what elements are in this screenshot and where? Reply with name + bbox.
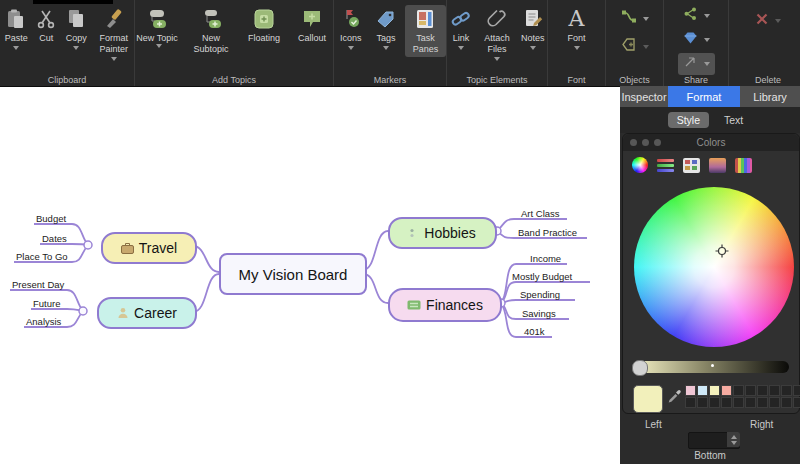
new-topic-button[interactable]: New Topic [135,5,179,50]
boundary-button[interactable] [616,35,654,58]
callout-button[interactable]: Callout [291,5,333,46]
position-left-label[interactable]: Left [645,419,662,430]
swatch-cell[interactable] [769,385,780,396]
link-button[interactable]: Link [447,5,475,52]
subtopic-art-class[interactable]: Art Class [521,208,560,219]
subtab-text[interactable]: Text [715,112,752,128]
color-palettes-mode-icon[interactable] [683,158,700,173]
notes-button[interactable]: Notes [519,5,547,52]
task-panes-button[interactable]: Task Panes [405,5,446,57]
swatch-cell[interactable] [793,385,800,396]
swatch-cell[interactable] [685,397,696,408]
pencils-mode-icon[interactable] [735,158,752,173]
stepper-down-icon[interactable] [731,441,737,445]
topic-node-travel[interactable]: Travel [101,232,197,264]
subtab-style[interactable]: Style [668,112,709,128]
paste-button[interactable]: Paste [0,5,32,52]
send-button[interactable] [678,53,715,75]
swatch-cell[interactable] [769,397,780,408]
swatch-cell[interactable] [721,397,732,408]
position-right-label[interactable]: Right [750,419,773,430]
topic-node-career[interactable]: Career [97,297,197,329]
tab-inspector[interactable]: Inspector [620,86,668,107]
swatch-cell[interactable] [733,397,744,408]
swatch-cell[interactable] [745,385,756,396]
window-traffic-lights[interactable] [630,139,661,146]
subtopic-mostly-budget[interactable]: Mostly Budget [512,271,572,282]
position-bottom-label[interactable]: Bottom [620,450,800,461]
attach-files-button[interactable]: Attach Files [477,5,517,63]
copy-button[interactable]: Copy [60,5,92,52]
gem-button[interactable] [678,29,715,51]
tab-format[interactable]: Format [668,86,740,107]
minimize-icon[interactable] [642,139,649,146]
swatch-cell[interactable] [781,385,792,396]
brightness-midpoint-marker [711,364,714,367]
tab-library[interactable]: Library [740,86,800,107]
tag-icon [375,7,397,31]
format-painter-button[interactable]: Format Painter [93,5,134,63]
close-icon[interactable] [630,139,637,146]
zoom-icon[interactable] [654,139,661,146]
color-wheel[interactable] [634,187,794,347]
delete-button[interactable] [750,10,786,32]
icons-label: Icons [340,33,362,44]
topic-node-hobbies[interactable]: Hobbies [388,217,497,249]
stepper-up-icon[interactable] [731,435,737,439]
new-subtopic-button[interactable]: New Subtopic [185,5,237,57]
subtopic-401k[interactable]: 401k [524,326,545,337]
swatch-cell[interactable] [733,385,744,396]
swatch-cell[interactable] [757,385,768,396]
topic-label-hobbies: Hobbies [424,225,475,241]
brightness-slider[interactable] [633,361,789,373]
subtopic-analysis[interactable]: Analysis [26,316,61,327]
subtopic-budget[interactable]: Budget [36,213,66,224]
subtopic-income[interactable]: Income [530,253,561,264]
color-wheel-mode-icon[interactable] [632,157,648,173]
tags-label: Tags [377,33,396,44]
swatch-cell[interactable] [745,397,756,408]
dropdown-caret-icon [530,46,536,50]
swatch-cell[interactable] [781,397,792,408]
color-sliders-mode-icon[interactable] [657,158,674,173]
dropdown-caret-icon [383,46,389,50]
floating-topic-button[interactable]: Floating [243,5,285,46]
dropdown-caret-icon [494,57,500,61]
swatch-cell[interactable] [721,385,732,396]
swatch-cell[interactable] [697,385,708,396]
subtopic-spending[interactable]: Spending [520,289,560,300]
brightness-slider-knob[interactable] [632,360,648,376]
swatch-cell[interactable] [793,397,800,408]
subtopic-present-day[interactable]: Present Day [12,279,64,290]
swatch-cell[interactable] [685,385,696,396]
central-topic-label: My Vision Board [239,266,348,283]
subtopic-savings[interactable]: Savings [522,308,556,319]
cut-button[interactable]: Cut [33,5,59,46]
swatch-cell[interactable] [709,397,720,408]
font-button[interactable]: A Font [559,5,595,52]
mindmap-canvas[interactable]: My Vision Board Travel Career Hobbies Fi… [0,87,620,464]
subtopic-place-to-go[interactable]: Place To Go [16,251,68,262]
eyedropper-icon[interactable] [667,387,683,407]
current-color-well[interactable] [633,385,663,413]
subtopic-band-practice[interactable]: Band Practice [518,227,577,238]
color-wheel-selector-icon[interactable] [715,244,729,258]
swatch-cell[interactable] [709,385,720,396]
group-label-share: Share [664,75,728,85]
central-topic-node[interactable]: My Vision Board [219,253,367,295]
colors-popover-titlebar[interactable]: Colors [623,134,799,151]
swatch-cell[interactable] [697,397,708,408]
stepper-control[interactable] [727,432,740,447]
image-palettes-mode-icon[interactable] [709,158,726,173]
topic-node-finances[interactable]: Finances [388,288,502,322]
position-stepper-field[interactable] [688,432,740,449]
subtopic-future[interactable]: Future [33,298,60,309]
toolbar-group-clipboard: Paste Cut Copy Format Painter [0,0,135,86]
new-topic-label: New Topic [136,33,177,44]
subtopic-dates[interactable]: Dates [42,233,67,244]
tags-button[interactable]: Tags [370,5,401,52]
swatch-cell[interactable] [757,397,768,408]
share-button[interactable] [678,4,715,27]
relationship-button[interactable] [616,7,654,30]
icons-button[interactable]: Icons [334,5,367,52]
